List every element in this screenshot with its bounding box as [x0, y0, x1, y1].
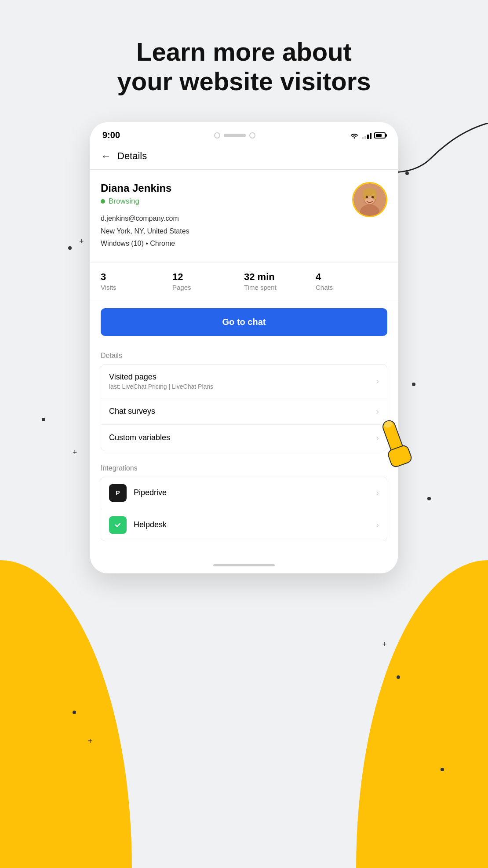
decoration-dot [397, 675, 400, 679]
stat-time-number: 32 min [244, 271, 316, 283]
custom-variables-item[interactable]: Custom variables › [101, 425, 387, 451]
stat-time-label: Time spent [244, 284, 316, 291]
svg-rect-5 [363, 193, 366, 200]
cta-section: Go to chat [90, 300, 398, 344]
status-dot-right [249, 132, 255, 139]
home-indicator [90, 557, 398, 573]
hand-pointer-decoration [371, 411, 420, 477]
pipedrive-name: Pipedrive [134, 488, 369, 497]
profile-device: Windows (10) • Chrome [101, 239, 352, 248]
integrations-section: Integrations P Pipedrive › [90, 456, 398, 557]
stat-pages: 12 Pages [172, 271, 244, 291]
pipedrive-icon: P [109, 484, 127, 502]
stats-row: 3 Visits 12 Pages 32 min Time spent 4 Ch… [90, 262, 398, 300]
browsing-status: Browsing [109, 197, 139, 206]
phone-mockup-wrapper: 9:00 [90, 122, 398, 573]
stat-pages-label: Pages [172, 284, 244, 291]
pipedrive-item[interactable]: P Pipedrive › [101, 477, 387, 509]
avatar [352, 182, 387, 217]
stat-chats-number: 4 [316, 271, 387, 283]
custom-variables-title: Custom variables [109, 433, 376, 442]
stat-visits: 3 Visits [101, 271, 172, 291]
chat-surveys-content: Chat surveys [109, 407, 376, 416]
main-content: Learn more about your website visitors 9… [0, 0, 488, 573]
avatar-image [353, 183, 386, 216]
signal-bars-icon [362, 132, 371, 139]
svg-rect-6 [373, 193, 376, 200]
helpdesk-icon [109, 516, 127, 534]
battery-icon [374, 132, 386, 139]
online-dot-icon [101, 199, 105, 204]
chat-surveys-title: Chat surveys [109, 407, 376, 416]
svg-text:P: P [116, 489, 120, 496]
phone-mockup: 9:00 [90, 122, 398, 573]
stat-time: 32 min Time spent [244, 271, 316, 291]
visited-pages-item[interactable]: Visited pages last: LiveChat Pricing | L… [101, 365, 387, 398]
back-button[interactable]: ← [101, 150, 111, 162]
home-bar [213, 564, 275, 566]
profile-info: Diana Jenkins Browsing d.jenkins@company… [101, 182, 352, 251]
helpdesk-name: Helpdesk [134, 520, 369, 529]
status-icons [350, 132, 386, 139]
decoration-dot [441, 768, 444, 771]
app-header: ← Details [90, 145, 398, 170]
integrations-card: P Pipedrive › Helpdesk [101, 477, 387, 541]
visited-pages-title: Visited pages [109, 372, 376, 382]
visited-pages-subtitle: last: LiveChat Pricing | LiveChat Plans [109, 383, 376, 390]
status-bar: 9:00 [90, 122, 398, 145]
profile-email: d.jenkins@company.com [101, 214, 352, 223]
decoration-plus: + [88, 737, 93, 745]
profile-name: Diana Jenkins [101, 182, 352, 194]
details-card: Visited pages last: LiveChat Pricing | L… [101, 364, 387, 451]
profile-location: New York, NY, United States [101, 226, 352, 236]
stat-visits-number: 3 [101, 271, 172, 283]
decoration-dot [73, 711, 76, 714]
stat-pages-number: 12 [172, 271, 244, 283]
chevron-right-icon: › [376, 520, 379, 530]
header-title: Details [117, 150, 147, 162]
svg-point-7 [366, 196, 368, 199]
svg-point-8 [371, 196, 374, 199]
stat-chats-label: Chats [316, 284, 387, 291]
decoration-plus: + [382, 640, 387, 648]
helpdesk-item[interactable]: Helpdesk › [101, 509, 387, 541]
integrations-section-label: Integrations [101, 456, 387, 477]
visited-pages-content: Visited pages last: LiveChat Pricing | L… [109, 372, 376, 390]
svg-rect-11 [113, 520, 123, 530]
status-dot-left [214, 132, 220, 139]
status-time: 9:00 [102, 130, 120, 140]
details-section: Details Visited pages last: LiveChat Pri… [90, 344, 398, 451]
custom-variables-content: Custom variables [109, 433, 376, 442]
status-pill [224, 134, 246, 137]
stat-visits-label: Visits [101, 284, 172, 291]
profile-section: Diana Jenkins Browsing d.jenkins@company… [90, 170, 398, 262]
chevron-right-icon: › [376, 488, 379, 498]
hero-title: Learn more about your website visitors [82, 37, 406, 96]
status-center-icons [214, 132, 255, 139]
chevron-right-icon: › [376, 376, 379, 386]
details-section-label: Details [101, 344, 387, 364]
go-to-chat-button[interactable]: Go to chat [101, 308, 387, 336]
stat-chats: 4 Chats [316, 271, 387, 291]
chat-surveys-item[interactable]: Chat surveys › [101, 398, 387, 425]
status-indicator: Browsing [101, 197, 352, 206]
wifi-icon [350, 132, 359, 139]
